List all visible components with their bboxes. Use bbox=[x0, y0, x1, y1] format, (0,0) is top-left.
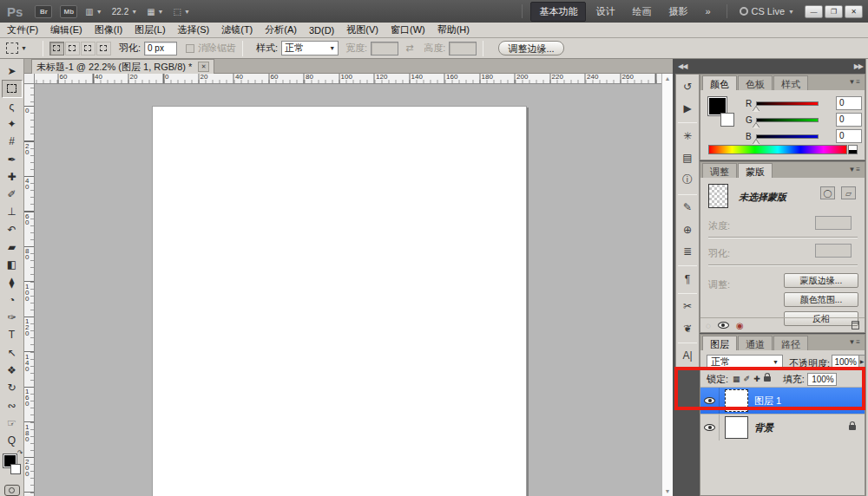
minimize-button[interactable]: — bbox=[805, 5, 823, 18]
collapse-dock-right-icon[interactable]: ▶▶ bbox=[854, 62, 863, 70]
eraser-tool[interactable]: ▰ bbox=[2, 238, 23, 256]
actions-panel-icon[interactable]: ▶ bbox=[678, 100, 697, 119]
hand-tool[interactable]: ☞ bbox=[2, 414, 23, 432]
fill-value[interactable]: 100% bbox=[807, 373, 837, 386]
layers-panel-menu-icon[interactable]: ▼≡ bbox=[848, 338, 861, 346]
menu-item[interactable]: 滤镜(T) bbox=[221, 23, 253, 36]
clone-stamp-tool[interactable]: ⊥ bbox=[2, 203, 23, 220]
opacity-spinner-icon[interactable]: ▶ bbox=[858, 355, 865, 369]
masks-panel-tab[interactable]: 蒙版 bbox=[738, 163, 773, 178]
channel-value-input[interactable]: 0 bbox=[836, 129, 862, 143]
menu-item[interactable]: 分析(A) bbox=[265, 23, 297, 36]
antialias-checkbox[interactable] bbox=[186, 44, 194, 53]
color-panel-menu-icon[interactable]: ▼≡ bbox=[848, 78, 861, 86]
scroll-down-arrow-icon[interactable]: ▼ bbox=[665, 488, 671, 494]
mask-overlay-icon[interactable]: ◉ bbox=[736, 321, 744, 330]
type-tool[interactable]: T bbox=[2, 326, 23, 343]
rectangular-marquee-tool[interactable] bbox=[2, 80, 23, 97]
workspace-tab[interactable]: 基本功能 bbox=[530, 2, 586, 22]
delete-mask-icon[interactable] bbox=[852, 321, 859, 330]
masks-panel-icon[interactable]: ▤ bbox=[678, 149, 697, 168]
menu-item[interactable]: 窗口(W) bbox=[391, 23, 425, 36]
arrange-documents-dropdown-arrow[interactable]: ▼ bbox=[158, 9, 164, 15]
channel-slider[interactable] bbox=[756, 101, 819, 106]
custom-shape-tool[interactable]: ❖ bbox=[2, 362, 23, 379]
lock-pixels-icon[interactable]: ✐ bbox=[744, 375, 751, 383]
eye-icon[interactable] bbox=[704, 424, 715, 431]
animation-panel-icon[interactable]: ≣ bbox=[678, 243, 697, 262]
screen-mode-icon[interactable]: ⬚ bbox=[174, 7, 181, 16]
canvas-region[interactable] bbox=[35, 84, 661, 496]
quick-mask-mode-button[interactable] bbox=[4, 485, 20, 496]
tool-presets-panel-icon[interactable]: ✂ bbox=[678, 297, 697, 317]
feather-input[interactable] bbox=[144, 42, 177, 55]
masks-panel-menu-icon[interactable]: ▼≡ bbox=[848, 166, 861, 173]
mask-enable-eye-icon[interactable] bbox=[718, 322, 729, 329]
menu-item[interactable]: 帮助(H) bbox=[437, 23, 470, 36]
color-panel-tab[interactable]: 色板 bbox=[738, 75, 773, 90]
add-pixel-mask-icon[interactable]: ◯ bbox=[820, 186, 835, 199]
spectrum-bw-swatches[interactable] bbox=[848, 145, 858, 154]
intersect-selection-button[interactable] bbox=[96, 42, 111, 55]
canvas-page[interactable] bbox=[152, 106, 527, 496]
menu-item[interactable]: 视图(V) bbox=[346, 23, 378, 36]
channel-slider[interactable] bbox=[756, 118, 819, 122]
arrange-documents-icon[interactable]: ▦ bbox=[147, 7, 155, 16]
new-selection-button[interactable] bbox=[49, 42, 64, 55]
document-tab[interactable]: 未标题-1 @ 22.2% (图层 1, RGB/8) * ✕ bbox=[31, 59, 214, 74]
menu-item[interactable]: 文件(F) bbox=[7, 23, 38, 36]
layer-row[interactable]: 图层 1 bbox=[700, 388, 865, 414]
blur-tool[interactable]: ⧫ bbox=[2, 273, 23, 290]
layer-thumbnail[interactable] bbox=[725, 416, 748, 439]
lock-all-icon[interactable] bbox=[764, 376, 771, 382]
masks-panel-tab[interactable]: 调整 bbox=[702, 163, 737, 178]
character-panel-icon[interactable]: A| bbox=[678, 347, 697, 366]
path-selection-tool[interactable]: ↖ bbox=[2, 344, 23, 362]
quick-selection-tool[interactable]: ✦ bbox=[2, 115, 23, 133]
workspace-tab[interactable]: 绘画 bbox=[624, 3, 659, 21]
document-tab-close-icon[interactable]: ✕ bbox=[198, 62, 209, 72]
3d-orbit-tool[interactable]: ∾ bbox=[2, 396, 23, 414]
color-spectrum-bar[interactable] bbox=[708, 145, 847, 154]
mask-action-button[interactable]: 颜色范围... bbox=[784, 292, 858, 307]
layer-visibility-cell[interactable] bbox=[700, 388, 720, 414]
workspace-tab[interactable]: 摄影 bbox=[661, 3, 695, 21]
mask-action-button[interactable]: 蒙版边缘... bbox=[784, 273, 858, 288]
channel-value-input[interactable]: 0 bbox=[836, 96, 862, 110]
layer-row[interactable]: 背景 bbox=[700, 414, 865, 441]
vertical-scrollbar[interactable]: ▲ ▼ bbox=[661, 74, 673, 496]
clone-source-panel-icon[interactable]: ⊕ bbox=[678, 220, 697, 239]
background-color-swatch[interactable] bbox=[10, 464, 21, 474]
channel-slider[interactable] bbox=[756, 134, 819, 139]
tool-preset-dropdown-arrow[interactable]: ▼ bbox=[21, 45, 27, 51]
workspace-tab[interactable]: » bbox=[697, 3, 718, 19]
cs-live-button[interactable]: CS Live ▼ bbox=[740, 6, 794, 16]
3d-rotate-tool[interactable]: ↻ bbox=[2, 379, 23, 396]
menu-item[interactable]: 图层(L) bbox=[135, 23, 165, 36]
channel-value-input[interactable]: 0 bbox=[836, 113, 862, 127]
layer-thumbnail[interactable] bbox=[725, 389, 748, 412]
scroll-up-arrow-icon[interactable]: ▲ bbox=[665, 75, 671, 82]
brush-presets-panel-icon[interactable]: ✎ bbox=[678, 199, 697, 218]
spot-healing-brush-tool[interactable]: ✚ bbox=[2, 168, 23, 186]
layers-panel-tab[interactable]: 路径 bbox=[773, 336, 808, 350]
layer-name[interactable]: 图层 1 bbox=[754, 395, 781, 408]
add-to-selection-button[interactable] bbox=[65, 42, 80, 55]
info-panel-icon[interactable]: ⓘ bbox=[678, 171, 697, 190]
add-vector-mask-icon[interactable]: ▱ bbox=[841, 186, 856, 199]
refine-edge-button[interactable]: 调整边缘... bbox=[498, 41, 563, 55]
menu-item[interactable]: 编辑(E) bbox=[50, 23, 82, 36]
marquee-tool-preset-icon[interactable] bbox=[6, 42, 18, 54]
style-select[interactable]: 正常 ▼ bbox=[281, 41, 339, 55]
layer-name[interactable]: 背景 bbox=[754, 421, 773, 434]
history-brush-tool[interactable]: ↶ bbox=[2, 221, 23, 238]
crop-tool[interactable]: # bbox=[2, 133, 23, 150]
color-panel-tab[interactable]: 样式 bbox=[773, 75, 808, 90]
lasso-tool[interactable]: ς bbox=[2, 98, 23, 115]
gradient-tool[interactable]: ◧ bbox=[2, 256, 23, 273]
collapse-dock-left-icon[interactable]: ◀◀ bbox=[678, 62, 687, 70]
move-tool[interactable]: ➤ bbox=[2, 62, 23, 80]
menu-item[interactable]: 选择(S) bbox=[178, 23, 210, 36]
layers-panel-tab[interactable]: 通道 bbox=[738, 336, 773, 350]
paragraph-panel-icon[interactable]: ¶ bbox=[678, 270, 697, 289]
